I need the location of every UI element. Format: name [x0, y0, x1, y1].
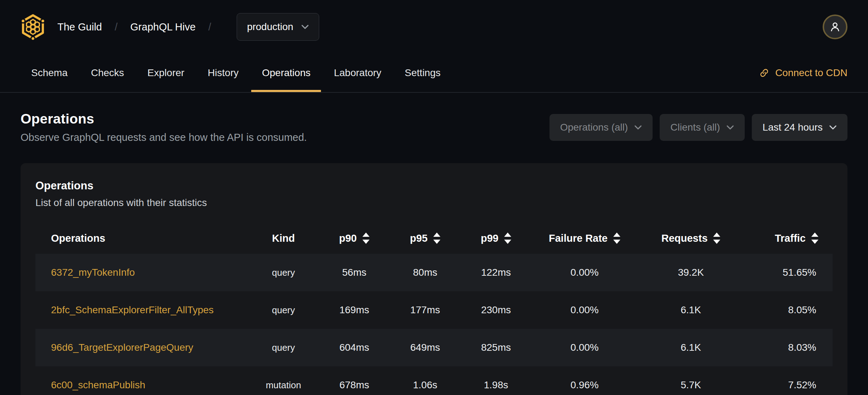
sort-desc-icon	[713, 240, 720, 244]
connect-to-cdn-button[interactable]: Connect to CDN	[759, 54, 847, 92]
cell-p95: 649ms	[390, 342, 461, 353]
cell-p95: 1.06s	[390, 379, 461, 391]
column-header-p95[interactable]: p95	[390, 233, 461, 244]
column-header-traffic[interactable]: Traffic	[744, 233, 833, 244]
cell-requests: 6.1K	[638, 342, 744, 353]
cell-p99: 1.98s	[461, 379, 531, 391]
clients-filter-label: Clients (all)	[670, 122, 720, 133]
cell-failure_rate: 0.00%	[531, 342, 638, 353]
column-label: Requests	[661, 233, 708, 244]
cell-kind: query	[248, 267, 319, 278]
column-label: Failure Rate	[549, 233, 608, 244]
cell-requests: 6.1K	[638, 304, 744, 316]
tab-explorer[interactable]: Explorer	[137, 54, 195, 92]
cell-p99: 122ms	[461, 267, 531, 278]
main-nav: SchemaChecksExplorerHistoryOperationsLab…	[0, 54, 868, 93]
chevron-down-icon	[634, 125, 642, 130]
tab-schema[interactable]: Schema	[21, 54, 78, 92]
page-header-text: Operations Observe GraphQL requests and …	[21, 111, 307, 143]
nav-tabs: SchemaChecksExplorerHistoryOperationsLab…	[21, 54, 451, 92]
sort-desc-icon	[811, 240, 818, 244]
sort-desc-icon	[613, 240, 620, 244]
cell-p90: 169ms	[319, 304, 390, 316]
top-bar: The Guild / GraphQL Hive / production	[0, 0, 868, 54]
column-label: p90	[339, 233, 357, 244]
link-icon	[759, 68, 770, 78]
period-filter-label: Last 24 hours	[762, 122, 823, 133]
user-icon	[829, 21, 841, 33]
cell-p95: 80ms	[390, 267, 461, 278]
cell-p90: 56ms	[319, 267, 390, 278]
cell-p95: 177ms	[390, 304, 461, 316]
target-selector-value: production	[247, 21, 293, 33]
operation-link[interactable]: 2bfc_SchemaExplorerFilter_AllTypes	[35, 304, 248, 316]
breadcrumb-project[interactable]: GraphQL Hive	[130, 21, 196, 33]
card-subtitle: List of all operations with their statis…	[35, 197, 833, 208]
operations-filter-dropdown[interactable]: Operations (all)	[549, 114, 653, 141]
cell-kind: query	[248, 305, 319, 316]
column-header-operation: Operations	[35, 233, 248, 244]
table-row: 6372_myTokenInfoquery56ms80ms122ms0.00%3…	[35, 254, 833, 291]
cell-failure_rate: 0.00%	[531, 304, 638, 316]
breadcrumb: The Guild / GraphQL Hive / production	[21, 13, 319, 41]
table-row: 6c00_schemaPublishmutation678ms1.06s1.98…	[35, 366, 833, 395]
cell-traffic: 8.05%	[744, 304, 833, 316]
cell-kind: mutation	[248, 380, 319, 391]
breadcrumb-separator: /	[208, 21, 211, 33]
cell-traffic: 7.52%	[744, 379, 833, 391]
column-header-p90[interactable]: p90	[319, 233, 390, 244]
table-header-row: OperationsKindp90p95p99Failure RateReque…	[35, 223, 833, 254]
operations-filter-label: Operations (all)	[560, 122, 628, 133]
tab-checks[interactable]: Checks	[80, 54, 135, 92]
sort-asc-icon	[433, 233, 440, 237]
sort-toggle-icon[interactable]	[362, 233, 370, 244]
page-title: Operations	[21, 111, 307, 127]
tab-operations[interactable]: Operations	[251, 54, 321, 92]
cell-requests: 5.7K	[638, 379, 744, 391]
sort-toggle-icon[interactable]	[613, 233, 620, 244]
cell-failure_rate: 0.96%	[531, 379, 638, 391]
page-header: Operations Observe GraphQL requests and …	[0, 93, 868, 143]
operation-link[interactable]: 6c00_schemaPublish	[35, 379, 248, 391]
operation-link[interactable]: 96d6_TargetExplorerPageQuery	[35, 342, 248, 353]
column-label: Kind	[272, 233, 295, 244]
sort-asc-icon	[811, 233, 818, 237]
cell-failure_rate: 0.00%	[531, 267, 638, 278]
cell-p99: 825ms	[461, 342, 531, 353]
cell-p90: 604ms	[319, 342, 390, 353]
breadcrumb-org[interactable]: The Guild	[57, 21, 102, 33]
chevron-down-icon	[726, 125, 734, 130]
column-label: Traffic	[775, 233, 806, 244]
column-header-requests[interactable]: Requests	[638, 233, 744, 244]
target-selector-dropdown[interactable]: production	[237, 13, 319, 41]
column-header-p99[interactable]: p99	[461, 233, 531, 244]
sort-desc-icon	[362, 240, 370, 244]
hive-logo-icon[interactable]	[21, 14, 45, 40]
sort-asc-icon	[613, 233, 620, 237]
operations-card: Operations List of all operations with t…	[21, 163, 847, 395]
tab-history[interactable]: History	[197, 54, 249, 92]
tab-laboratory[interactable]: Laboratory	[323, 54, 392, 92]
sort-toggle-icon[interactable]	[433, 233, 440, 244]
sort-toggle-icon[interactable]	[713, 233, 720, 244]
sort-toggle-icon[interactable]	[504, 233, 511, 244]
sort-toggle-icon[interactable]	[811, 233, 818, 244]
sort-asc-icon	[362, 233, 370, 237]
chevron-down-icon	[301, 24, 309, 29]
operation-link[interactable]: 6372_myTokenInfo	[35, 267, 248, 278]
sort-asc-icon	[504, 233, 511, 237]
filters: Operations (all) Clients (all) Last 24 h…	[549, 114, 847, 141]
column-label: p99	[481, 233, 498, 244]
operations-table: OperationsKindp90p95p99Failure RateReque…	[35, 223, 833, 395]
period-filter-dropdown[interactable]: Last 24 hours	[752, 114, 847, 141]
page-subtitle: Observe GraphQL requests and see how the…	[21, 132, 307, 143]
cell-requests: 39.2K	[638, 267, 744, 278]
column-header-failure_rate[interactable]: Failure Rate	[531, 233, 638, 244]
tab-settings[interactable]: Settings	[394, 54, 451, 92]
table-row: 96d6_TargetExplorerPageQueryquery604ms64…	[35, 329, 833, 366]
clients-filter-dropdown[interactable]: Clients (all)	[660, 114, 745, 141]
user-menu-button[interactable]	[823, 15, 847, 39]
sort-desc-icon	[504, 240, 511, 244]
table-row: 2bfc_SchemaExplorerFilter_AllTypesquery1…	[35, 291, 833, 329]
chevron-down-icon	[829, 125, 837, 130]
